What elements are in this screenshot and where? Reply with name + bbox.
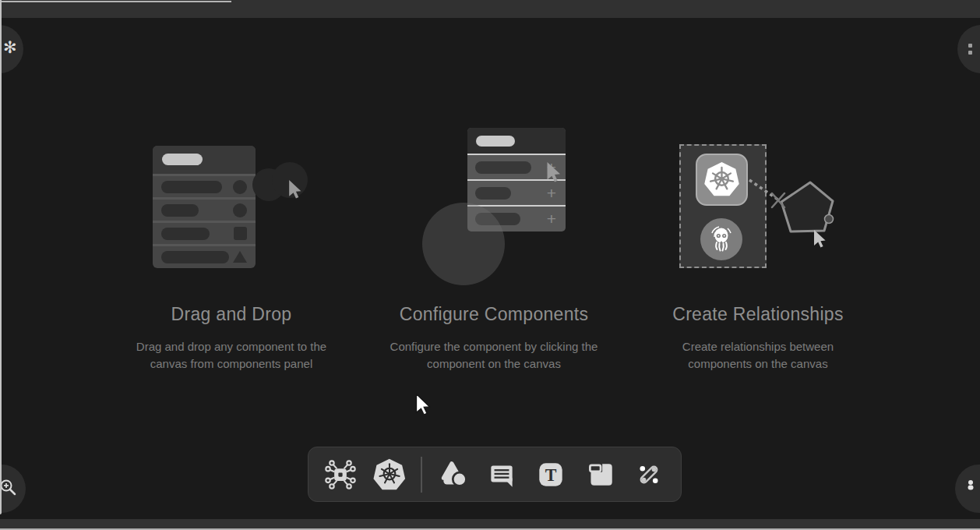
save-note-icon bbox=[583, 458, 616, 491]
onboarding-card-drag-and-drop: Drag and Drop Drag and drop any componen… bbox=[99, 125, 364, 373]
edge-handle-dot bbox=[825, 215, 834, 224]
kubernetes-icon bbox=[372, 458, 407, 492]
save-note-tool[interactable] bbox=[582, 457, 618, 493]
relationship-link-icon bbox=[633, 458, 665, 491]
comment-icon bbox=[485, 458, 518, 491]
mouse-cursor bbox=[415, 394, 431, 415]
plus-icon: + bbox=[547, 210, 556, 227]
drag-cursor-icon bbox=[288, 180, 302, 199]
highlight-ghost-circle bbox=[422, 203, 505, 285]
toolbar-divider bbox=[421, 457, 422, 493]
drag-and-drop-illustration bbox=[99, 125, 364, 304]
click-cursor-icon bbox=[546, 162, 562, 182]
zoom-in-button[interactable] bbox=[0, 465, 26, 513]
plus-icon: + bbox=[547, 185, 556, 201]
configure-components-illustration: + + + bbox=[361, 125, 626, 304]
relationship-edge-graphic bbox=[742, 171, 859, 265]
top-progress-line bbox=[0, 1, 231, 2]
canvas-toolbar: T bbox=[308, 447, 682, 502]
panel-title-pill bbox=[476, 136, 515, 147]
component-chip-icon bbox=[324, 458, 357, 491]
kubernetes-tool[interactable] bbox=[372, 457, 407, 493]
left-edge-line bbox=[0, 0, 2, 514]
flower-menu-button[interactable]: ✻ bbox=[0, 25, 23, 73]
comment-tool[interactable] bbox=[484, 457, 520, 493]
kubernetes-node-tile bbox=[696, 154, 748, 206]
card-description: Configure the component by clicking the … bbox=[377, 338, 611, 373]
onboarding-card-configure-components: + + + Configure Components Configure the… bbox=[361, 125, 626, 373]
magnifier-plus-icon bbox=[0, 478, 19, 498]
component-circle-shape bbox=[233, 203, 247, 217]
text-icon: T bbox=[534, 458, 567, 491]
flower-icon: ✻ bbox=[3, 38, 17, 57]
shapes-icon bbox=[437, 458, 470, 491]
settings-icon bbox=[964, 479, 977, 491]
card-title: Drag and Drop bbox=[99, 304, 364, 325]
components-panel-graphic bbox=[153, 146, 256, 268]
component-circle-shape bbox=[233, 180, 247, 194]
svg-text:T: T bbox=[545, 465, 557, 484]
meshery-squid-tile bbox=[700, 218, 742, 260]
settings-button[interactable] bbox=[955, 465, 980, 513]
component-square-shape bbox=[234, 227, 247, 240]
right-panel-button[interactable] bbox=[957, 25, 980, 73]
component-chip-tool[interactable] bbox=[323, 457, 358, 493]
panel-toggle-icon bbox=[968, 44, 972, 55]
kubernetes-icon bbox=[703, 161, 742, 200]
shapes-tool[interactable] bbox=[435, 457, 471, 493]
squid-mascot-icon bbox=[706, 222, 737, 256]
panel-title-pill bbox=[162, 154, 203, 165]
relationship-link-tool[interactable] bbox=[631, 457, 667, 493]
component-triangle-shape bbox=[233, 251, 247, 263]
card-description: Drag and drop any component to the canva… bbox=[127, 338, 336, 373]
text-tool[interactable]: T bbox=[533, 457, 569, 493]
onboarding-card-create-relationships: Create Relationships Create relationship… bbox=[626, 125, 890, 373]
card-title: Configure Components bbox=[361, 304, 626, 325]
card-description: Create relationships between components … bbox=[675, 338, 841, 373]
card-title: Create Relationships bbox=[626, 304, 890, 325]
create-relationships-illustration bbox=[626, 125, 890, 304]
bottom-bar bbox=[0, 519, 980, 528]
top-bar bbox=[0, 0, 980, 18]
